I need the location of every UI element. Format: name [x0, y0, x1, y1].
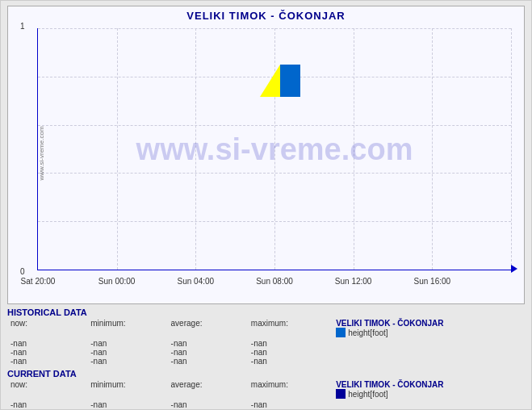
hist-legend: height[foot]: [336, 328, 387, 337]
hist-r2-now: -nan: [7, 357, 87, 366]
x-label-3: Sun 08:00: [256, 277, 293, 286]
curr-row-0: -nan -nan -nan -nan: [7, 400, 525, 409]
curr-legend-text: height[foot]: [348, 390, 387, 399]
curr-legend-spacer: [7, 389, 328, 400]
hist-r0-now: -nan: [7, 339, 87, 348]
curr-header-min: minimum:: [87, 380, 167, 389]
x-axis-arrow: [511, 265, 517, 273]
hist-legend-spacer: [7, 328, 328, 339]
logo-icon: [260, 65, 300, 98]
svg-marker-0: [260, 65, 280, 97]
hist-r2-avg: -nan: [168, 357, 248, 366]
hist-legend-text: height[foot]: [348, 328, 387, 337]
curr-r0-avg: -nan: [168, 400, 248, 409]
hist-r1-max: -nan: [248, 348, 328, 357]
historical-table: now: minimum: average: maximum: VELIKI T…: [7, 319, 525, 366]
chart-title: VELIKI TIMOK - ČOKONJAR: [8, 6, 524, 22]
curr-r0-min: -nan: [87, 400, 167, 409]
hist-station-cell: VELIKI TIMOK - ČOKONJAR: [328, 319, 525, 328]
current-title: CURRENT DATA: [7, 369, 525, 379]
curr-header-now: now:: [7, 380, 87, 389]
curr-legend: height[foot]: [336, 389, 387, 399]
hist-station-label: VELIKI TIMOK - ČOKONJAR: [336, 319, 443, 328]
curr-station-label: VELIKI TIMOK - ČOKONJAR: [336, 380, 443, 389]
hist-header-avg: average:: [168, 319, 248, 328]
x-label-2: Sun 04:00: [178, 277, 215, 286]
hist-row-0: -nan -nan -nan -nan: [7, 339, 525, 348]
curr-legend-row: height[foot]: [7, 389, 525, 400]
current-header-row: now: minimum: average: maximum: VELIKI T…: [7, 380, 525, 389]
curr-header-avg: average:: [168, 380, 248, 389]
hist-r1-avg: -nan: [168, 348, 248, 357]
hist-header-min: minimum:: [87, 319, 167, 328]
x-label-4: Sun 12:00: [335, 277, 372, 286]
svg-rect-1: [280, 65, 300, 97]
curr-legend-cell: height[foot]: [328, 389, 525, 400]
hist-r1-now: -nan: [7, 348, 87, 357]
hist-r2-min: -nan: [87, 357, 167, 366]
curr-r0-now: -nan: [7, 400, 87, 409]
hist-r0-min: -nan: [87, 339, 167, 348]
current-section: CURRENT DATA now: minimum: average: maxi…: [7, 369, 525, 410]
x-label-0: Sat 20:00: [21, 277, 56, 286]
x-label-1: Sun 00:00: [98, 277, 136, 286]
curr-legend-box: [336, 389, 346, 399]
hist-r2-max: -nan: [248, 357, 328, 366]
y-axis-max: 1: [20, 22, 25, 31]
historical-header-row: now: minimum: average: maximum: VELIKI T…: [7, 319, 525, 328]
historical-title: HISTORICAL DATA: [7, 308, 525, 317]
curr-r0-max: -nan: [248, 400, 328, 409]
vertical-label: www.si-vreme.com: [38, 126, 45, 180]
chart-plot: 1 0 Sat 20:00 Sun 00:00 Sun 04:00 Sun 08…: [37, 28, 511, 270]
hist-r0-max: -nan: [248, 339, 328, 348]
x-label-5: Sun 16:00: [414, 277, 451, 286]
current-table: now: minimum: average: maximum: VELIKI T…: [7, 380, 525, 410]
hist-r0-avg: -nan: [168, 339, 248, 348]
hist-legend-cell: height[foot]: [328, 328, 525, 339]
data-section: HISTORICAL DATA now: minimum: average: m…: [1, 306, 531, 410]
curr-header-max: maximum:: [248, 380, 328, 389]
hist-r1-min: -nan: [87, 348, 167, 357]
hist-row-2: -nan -nan -nan -nan: [7, 357, 525, 366]
historical-section: HISTORICAL DATA now: minimum: average: m…: [7, 308, 525, 366]
hist-header-max: maximum:: [248, 319, 328, 328]
y-axis-min: 0: [20, 267, 25, 276]
chart-container: VELIKI TIMOK - ČOKONJAR www.si-vreme.com: [7, 6, 525, 304]
hist-header-now: now:: [7, 319, 87, 328]
hist-legend-box: [336, 328, 346, 337]
hist-row-1: -nan -nan -nan -nan: [7, 348, 525, 357]
hist-legend-row: height[foot]: [7, 328, 525, 339]
curr-station-cell: VELIKI TIMOK - ČOKONJAR: [328, 380, 525, 389]
